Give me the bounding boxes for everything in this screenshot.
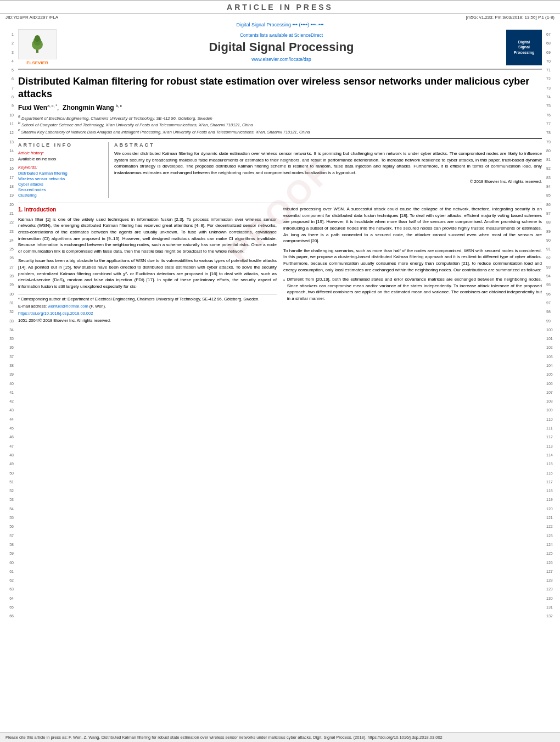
section-1-title: 1. Introduction bbox=[18, 206, 277, 214]
affil-b: b School of Computer Science and Technol… bbox=[18, 121, 542, 127]
line-number: 128 bbox=[546, 576, 555, 585]
line-number: 75 bbox=[546, 102, 555, 110]
line-number: 23 bbox=[5, 227, 14, 236]
elsevier-logo bbox=[18, 29, 57, 59]
line-number: 25 bbox=[5, 245, 14, 254]
line-number: 91 bbox=[546, 245, 555, 254]
line-number: 17 bbox=[5, 174, 14, 182]
dsp-logo-text: DigitalSignalProcessing bbox=[514, 40, 535, 54]
line-number: 74 bbox=[546, 93, 555, 102]
journal-info-bar: Digital Signal Processing ••• (••••) •••… bbox=[0, 21, 560, 29]
line-number: 11 bbox=[5, 120, 14, 129]
right-para-2: To handle the challenging scenarios, suc… bbox=[283, 248, 542, 273]
line-number: 92 bbox=[546, 254, 555, 263]
line-number: 105 bbox=[546, 370, 555, 379]
abstract-col: ABSTRACT We consider distributed Kalman … bbox=[114, 142, 542, 198]
journal-title: Digital Signal Processing bbox=[62, 40, 501, 54]
line-number: 111 bbox=[546, 424, 555, 433]
line-number: 115 bbox=[546, 460, 555, 468]
line-number: 78 bbox=[546, 129, 555, 137]
line-number: 65 bbox=[5, 603, 14, 612]
meta-left: JID:YDSPR AID:2297 /FLA bbox=[5, 15, 58, 20]
citation-text: Please cite this article in press as: F.… bbox=[5, 735, 443, 740]
banner-text: ARTICLE IN PRESS bbox=[227, 3, 333, 12]
line-number: 62 bbox=[5, 576, 14, 585]
line-number: 13 bbox=[5, 138, 14, 147]
line-number: 121 bbox=[546, 514, 555, 522]
line-number: 57 bbox=[5, 532, 14, 540]
line-number: 114 bbox=[546, 451, 555, 460]
line-number: 68 bbox=[546, 39, 555, 48]
line-number: 3 bbox=[5, 48, 14, 57]
line-number: 82 bbox=[546, 164, 555, 173]
contents-text: Contents lists available at ScienceDirec… bbox=[240, 32, 323, 38]
keyword-4: Secured nodes bbox=[18, 187, 104, 192]
line-number: 113 bbox=[546, 442, 555, 451]
line-number: 35 bbox=[5, 334, 14, 343]
doi-link[interactable]: https://doi.org/10.1016/j.dsp.2018.03.00… bbox=[18, 311, 93, 316]
line-number: 14 bbox=[5, 147, 14, 155]
line-numbers-left: 1234567891011121314151617181920212223242… bbox=[5, 29, 15, 688]
elsevier-text: ELSEVIER bbox=[26, 60, 48, 65]
line-number: 72 bbox=[546, 75, 555, 83]
line-number: 118 bbox=[546, 487, 555, 495]
line-number: 104 bbox=[546, 361, 555, 370]
line-number: 40 bbox=[5, 380, 14, 388]
footnote-corresponding: * Corresponding author at: Department of… bbox=[18, 297, 277, 303]
keyword-3: Cyber attacks bbox=[18, 182, 104, 187]
affil-a: a Department of Electrical Engineering, … bbox=[18, 114, 542, 121]
article-info-abstract-section: ARTICLE INFO Article history: Available … bbox=[18, 138, 542, 198]
header-section: ELSEVIER Contents lists available at Sci… bbox=[18, 29, 542, 70]
line-number: 71 bbox=[546, 66, 555, 75]
header-left: ELSEVIER bbox=[18, 29, 57, 65]
line-number: 19 bbox=[5, 191, 14, 200]
header-center: Contents lists available at ScienceDirec… bbox=[57, 32, 506, 62]
article-history-label: Article history: bbox=[18, 150, 104, 155]
line-number: 30 bbox=[5, 290, 14, 299]
line-number: 107 bbox=[546, 388, 555, 397]
line-number: 55 bbox=[5, 514, 14, 522]
issn-text: 1051-2004/© 2018 Elsevier Inc. All right… bbox=[18, 318, 111, 323]
line-number: 45 bbox=[5, 424, 14, 433]
abstract-text: We consider distributed Kalman filtering… bbox=[114, 150, 542, 176]
line-number: 120 bbox=[546, 505, 555, 514]
line-number: 70 bbox=[546, 57, 555, 66]
line-number: 84 bbox=[546, 182, 555, 191]
line-number: 112 bbox=[546, 433, 555, 442]
journal-info-text: Digital Signal Processing ••• (••••) •••… bbox=[236, 22, 323, 27]
line-number: 67 bbox=[546, 30, 555, 39]
line-number: 110 bbox=[546, 415, 555, 424]
article-info-col: ARTICLE INFO Article history: Available … bbox=[18, 142, 109, 198]
keyword-5: Clustering bbox=[18, 193, 104, 198]
journal-url[interactable]: www.elsevier.com/locate/dsp bbox=[62, 57, 501, 62]
line-number: 10 bbox=[5, 111, 14, 120]
line-number: 22 bbox=[5, 218, 14, 227]
footnote-area: * Corresponding author at: Department of… bbox=[18, 294, 277, 324]
line-number: 123 bbox=[546, 532, 555, 540]
copyright-line: © 2018 Elsevier Inc. All rights reserved… bbox=[114, 179, 542, 184]
bullet-point-1: • Different from [20,19], both the estim… bbox=[283, 276, 542, 302]
sciencedirect-link[interactable]: Contents lists available at ScienceDirec… bbox=[62, 32, 501, 38]
author-2-sup: b, c bbox=[116, 104, 122, 108]
line-number: 59 bbox=[5, 549, 14, 558]
line-number: 27 bbox=[5, 263, 14, 272]
line-number: 47 bbox=[5, 442, 14, 451]
line-number: 103 bbox=[546, 353, 555, 361]
line-number: 28 bbox=[5, 272, 14, 281]
line-number: 69 bbox=[546, 48, 555, 57]
line-number: 132 bbox=[546, 612, 555, 621]
line-number: 49 bbox=[5, 460, 14, 468]
footnote-email-link[interactable]: wenfuxi@hotmail.com bbox=[48, 304, 88, 309]
top-meta-bar: JID:YDSPR AID:2297 /FLA [m5G; v1.233; Pm… bbox=[0, 14, 560, 21]
line-number: 9 bbox=[5, 102, 14, 110]
line-number: 44 bbox=[5, 415, 14, 424]
line-number: 54 bbox=[5, 505, 14, 514]
line-number: 56 bbox=[5, 522, 14, 531]
line-number: 63 bbox=[5, 585, 14, 594]
footnote-issn: 1051-2004/© 2018 Elsevier Inc. All right… bbox=[18, 318, 277, 324]
line-number: 131 bbox=[546, 603, 555, 612]
line-number: 42 bbox=[5, 397, 14, 406]
line-number: 52 bbox=[5, 487, 14, 495]
line-number: 7 bbox=[5, 84, 14, 93]
line-number: 43 bbox=[5, 406, 14, 415]
